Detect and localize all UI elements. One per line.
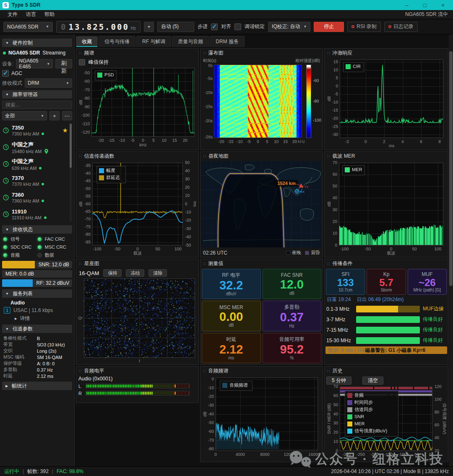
band-condition-row: 15-30 MHz传播良好: [325, 335, 447, 346]
peak-hold-checkbox[interactable]: [79, 59, 85, 65]
menu-item[interactable]: 文件: [3, 11, 22, 18]
panel-transfer-header[interactable]: ∷信道传递函数: [76, 152, 198, 160]
status-led: 信号: [3, 236, 37, 242]
station-list: 73507350 kHz AM★中国之声15480 kHz AM中国之声639 …: [2, 122, 72, 223]
frequency-plus-button[interactable]: +: [144, 22, 154, 32]
constellation-button[interactable]: 保持: [103, 269, 122, 277]
main-scrollbar[interactable]: [449, 34, 453, 466]
refresh-button[interactable]: 刷新: [55, 59, 72, 68]
close-button[interactable]: ×: [435, 0, 450, 10]
record-icon: [388, 25, 391, 28]
history-chart[interactable]: [325, 385, 447, 461]
hardware-section-header[interactable]: ▼硬件控制: [2, 39, 72, 47]
frequency-unit: Hz: [131, 26, 136, 31]
tab[interactable]: 收藏: [76, 36, 98, 47]
panel-audio-level-header[interactable]: ∷音频电平: [76, 367, 198, 375]
minimize-button[interactable]: –: [399, 0, 414, 10]
waterfall-chart[interactable]: [201, 64, 321, 147]
window-title: Type 5 SDR: [12, 2, 41, 8]
rx-mode-label: 接收模式: [2, 80, 22, 87]
device-select[interactable]: NGA605 SDR▼: [3, 22, 53, 32]
station-item[interactable]: 中国之声15480 kHz AM: [2, 139, 69, 156]
star-icon[interactable]: ★: [62, 127, 68, 134]
panel-measurements: ∷测量值 RF 电平32.2dBuVFAC SNR12.0dBMSC MER0.…: [200, 259, 323, 365]
drag-handle-icon: ∷: [203, 51, 206, 55]
band-condition-row: 0.1-3 MHzMUF边缘: [325, 304, 447, 314]
more-options-button[interactable]: ⋯: [62, 111, 72, 120]
chevron-right-icon: ▶: [5, 384, 8, 388]
menu-item[interactable]: 语言: [22, 11, 40, 18]
tab[interactable]: DRM 服务: [210, 36, 245, 47]
status-info: 2026-04-04 10:26 | UTC 02:26 | Mode B | …: [331, 468, 449, 474]
maximize-button[interactable]: □: [417, 0, 432, 10]
station-item[interactable]: 73507350 kHz AM★: [2, 122, 69, 139]
station-item[interactable]: 73707370 kHz AM: [2, 172, 69, 189]
frequency-leading-zero: 0: [61, 22, 67, 31]
log-button[interactable]: 日志记录: [384, 22, 418, 32]
stop-button[interactable]: 停止: [314, 22, 344, 32]
rsi-record-button[interactable]: RSI 录制: [347, 22, 380, 32]
tune-lock-checkbox[interactable]: [234, 23, 241, 30]
step-input[interactable]: 自动 (5): [157, 22, 194, 32]
audio-spectrum-chart[interactable]: [201, 376, 321, 461]
freq-manager-section-header[interactable]: ▼频率管理器: [2, 90, 72, 99]
tab[interactable]: 信号与传播: [99, 36, 135, 47]
panel-propagation-header[interactable]: ∷传播条件: [325, 259, 448, 268]
constellation-chart[interactable]: [77, 278, 197, 364]
spectrum-chart[interactable]: [77, 66, 197, 148]
channel-param-row: 保护等级A: 0 B: 0: [3, 360, 71, 367]
panel-measurements-header[interactable]: ∷测量值: [200, 259, 323, 268]
panel-cir-header[interactable]: ∷冲激响应: [325, 49, 448, 57]
service-details-toggle[interactable]: ▶详情: [4, 315, 70, 322]
tab[interactable]: 质量与音频: [172, 36, 209, 47]
station-item[interactable]: 中国之声639 kHz AM: [2, 156, 69, 172]
utc-time: 02:26 UTC: [203, 250, 227, 256]
frame-stats-header[interactable]: ▶帧统计: [2, 382, 72, 390]
services-section-header[interactable]: ▼服务列表: [2, 289, 72, 298]
scrollbar-thumb[interactable]: [70, 124, 72, 168]
frequency-display[interactable]: 0 13.825.000 Hz: [56, 21, 141, 33]
station-filter-select[interactable]: 全部▼: [2, 111, 47, 120]
panel-carrier-mer-header[interactable]: ∷载波 MER: [325, 152, 448, 160]
led-icon: [3, 253, 8, 258]
scrollbar-thumb[interactable]: [449, 51, 453, 286]
rx-mode-select[interactable]: DRM▼: [25, 78, 72, 88]
carrier-mer-chart[interactable]: [325, 161, 447, 256]
device-model-select[interactable]: NGA605 E465▼: [16, 59, 53, 68]
add-station-button[interactable]: +: [49, 111, 60, 120]
iq-correction-select[interactable]: IQ校正: 自动▼: [268, 22, 310, 32]
tab[interactable]: RF 与解调: [136, 36, 171, 47]
svg-text:RX: RX: [300, 190, 305, 194]
history-range-button[interactable]: 5 分钟: [326, 377, 351, 385]
band-condition-row: 7-15 MHz传播良好: [325, 325, 447, 335]
agc-checkbox[interactable]: [2, 70, 9, 77]
drag-handle-icon: ∷: [79, 51, 81, 55]
step-label: 步进: [198, 23, 208, 30]
cir-chart[interactable]: [325, 58, 447, 149]
panel-constellation-header[interactable]: ∷星座图: [76, 259, 198, 268]
panel-waterfall-header[interactable]: ∷瀑布图: [200, 49, 323, 57]
history-clear-button[interactable]: 清空: [362, 377, 383, 385]
service-entry[interactable]: Audio 1USAC | 11.6 kbps ▶详情: [2, 300, 72, 322]
constellation-button[interactable]: 清除: [148, 269, 167, 277]
measurement-tile: RF 电平32.2dBuV: [202, 269, 261, 299]
panel-audio-spectrum-header[interactable]: ∷音频频谱: [200, 367, 323, 375]
level-meter: MER: 0.0 dB: [2, 270, 72, 278]
daynight-map[interactable]: TXRX1524 km: [201, 161, 322, 249]
panel-carrier-mer: ∷载波 MER: [324, 151, 448, 258]
rx-status-section-header[interactable]: ▼接收状态: [2, 225, 72, 234]
panel-map-header[interactable]: ∷昼夜地图: [200, 152, 323, 160]
panel-history-header[interactable]: ∷历史: [325, 367, 448, 375]
station-item[interactable]: 73607360 kHz AM: [2, 189, 69, 206]
menu-item[interactable]: 帮助: [40, 11, 59, 18]
station-item[interactable]: 1191011910 kHz AM: [2, 206, 69, 223]
constellation-button[interactable]: 冻结: [126, 269, 144, 277]
search-input[interactable]: 搜索...: [2, 101, 72, 109]
panel-spectrum-header[interactable]: ∷频谱: [76, 49, 198, 57]
panel-transfer: ∷信道传递函数: [76, 151, 199, 258]
align-checkbox[interactable]: [211, 23, 218, 30]
transfer-chart[interactable]: [77, 161, 197, 256]
channel-params-section-header[interactable]: ▼信道参数: [2, 325, 72, 333]
status-dot-icon: [44, 216, 47, 219]
measurement-tile: 时延2.12ms: [202, 333, 261, 363]
